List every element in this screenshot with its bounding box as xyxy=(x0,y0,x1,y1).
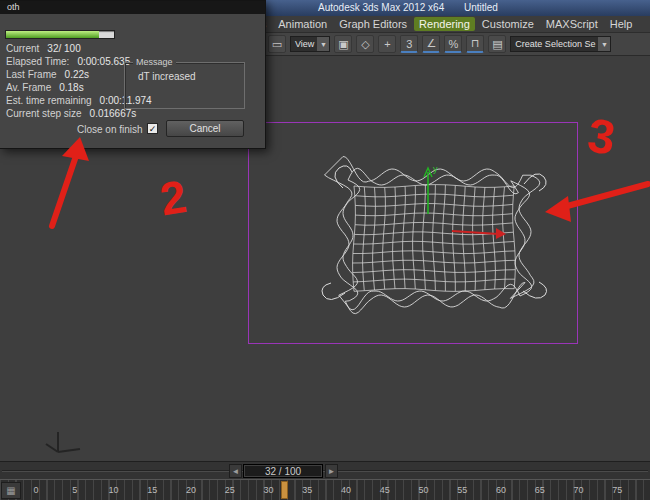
ruler-tick-label: 75 xyxy=(612,485,622,495)
close-on-finish-label: Close on finish xyxy=(77,124,143,135)
ruler-tick-label: 70 xyxy=(573,485,583,495)
stat-step-size: Current step size0.016667s xyxy=(6,108,136,119)
selection-set-placeholder: Create Selection Se xyxy=(515,39,595,49)
ruler-tick-label: 15 xyxy=(147,485,157,495)
previous-frame-button[interactable]: ◄ xyxy=(229,464,242,478)
menu-customize[interactable]: Customize xyxy=(477,17,539,31)
ruler-tick-label: 40 xyxy=(341,485,351,495)
ruler-tick-label: 60 xyxy=(496,485,506,495)
menu-rendering[interactable]: Rendering xyxy=(414,17,475,31)
spinner-snap-icon[interactable]: ⊓ xyxy=(466,35,484,53)
rectangle-spline[interactable] xyxy=(248,122,578,344)
ruler-tick-label: 65 xyxy=(535,485,545,495)
select-manipulate-icon[interactable]: ◇ xyxy=(356,35,374,53)
chevron-down-icon: ▼ xyxy=(317,37,329,51)
ruler-tick-label: 30 xyxy=(263,485,273,495)
keyboard-override-icon[interactable]: + xyxy=(378,35,396,53)
stat-last-frame: Last Frame0.22s xyxy=(6,69,89,80)
angle-snap-icon[interactable]: ∠ xyxy=(422,35,440,53)
progress-fill xyxy=(6,31,99,38)
region-select-icon[interactable]: ▭ xyxy=(268,35,286,53)
ruler-tick-label: 35 xyxy=(302,485,312,495)
snap-toggle-icon[interactable]: 3 xyxy=(400,35,418,53)
named-selection-sets-icon[interactable]: ▤ xyxy=(488,35,506,53)
message-text: dT increased xyxy=(138,71,196,82)
close-on-finish-checkbox[interactable]: ✓ xyxy=(147,123,158,134)
stat-avg-frame: Av. Frame0.18s xyxy=(6,82,84,93)
mini-curve-editor-button[interactable]: ▦ xyxy=(1,482,21,499)
stat-current: Current32/ 100 xyxy=(6,43,81,54)
cancel-button[interactable]: Cancel xyxy=(166,120,244,137)
reference-coordinate-dropdown[interactable]: View ▼ xyxy=(290,36,330,52)
message-group: Message dT increased xyxy=(124,62,245,109)
track-bar[interactable]: ▦ 051015202530354045505560657075 xyxy=(0,479,650,500)
cloth-simulation-dialog: oth Current32/ 100 Elapsed Time:0:00:05.… xyxy=(0,0,266,149)
menu-maxscript[interactable]: MAXScript xyxy=(541,17,603,31)
message-group-label: Message xyxy=(133,57,176,67)
dialog-title[interactable]: oth xyxy=(0,1,265,14)
ruler-tick-label: 25 xyxy=(225,485,235,495)
ruler-tick-label: 45 xyxy=(380,485,390,495)
ruler-tick-label: 5 xyxy=(72,485,77,495)
ruler-tick-label: 20 xyxy=(186,485,196,495)
menu-graph-editors[interactable]: Graph Editors xyxy=(334,17,412,31)
selection-set-dropdown[interactable]: Create Selection Se ▼ xyxy=(510,36,611,52)
stat-elapsed: Elapsed Time:0:00:05.635 xyxy=(6,56,130,67)
percent-snap-icon[interactable]: % xyxy=(444,35,462,53)
ruler-tick-label: 55 xyxy=(457,485,467,495)
reference-coordinate-value: View xyxy=(295,39,314,49)
ruler-tick-label: 10 xyxy=(108,485,118,495)
use-pivot-center-icon[interactable]: ▣ xyxy=(334,35,352,53)
app-title: Autodesk 3ds Max 2012 x64 xyxy=(318,2,444,13)
menu-help[interactable]: Help xyxy=(605,17,638,31)
progress-bar xyxy=(5,30,115,39)
ruler-tick-label: 50 xyxy=(418,485,428,495)
ruler-tick-label: 0 xyxy=(33,485,38,495)
time-slider-handle[interactable]: 32 / 100 xyxy=(243,464,323,478)
time-slider[interactable]: ◄ 32 / 100 ► xyxy=(0,461,650,479)
next-frame-button[interactable]: ► xyxy=(325,464,338,478)
main-window: Autodesk 3ds Max 2012 x64 Untitled ers A… xyxy=(0,0,650,500)
chevron-down-icon: ▼ xyxy=(598,37,610,51)
menu-animation[interactable]: Animation xyxy=(273,17,332,31)
document-title: Untitled xyxy=(464,2,498,13)
current-frame-marker[interactable] xyxy=(281,481,288,499)
